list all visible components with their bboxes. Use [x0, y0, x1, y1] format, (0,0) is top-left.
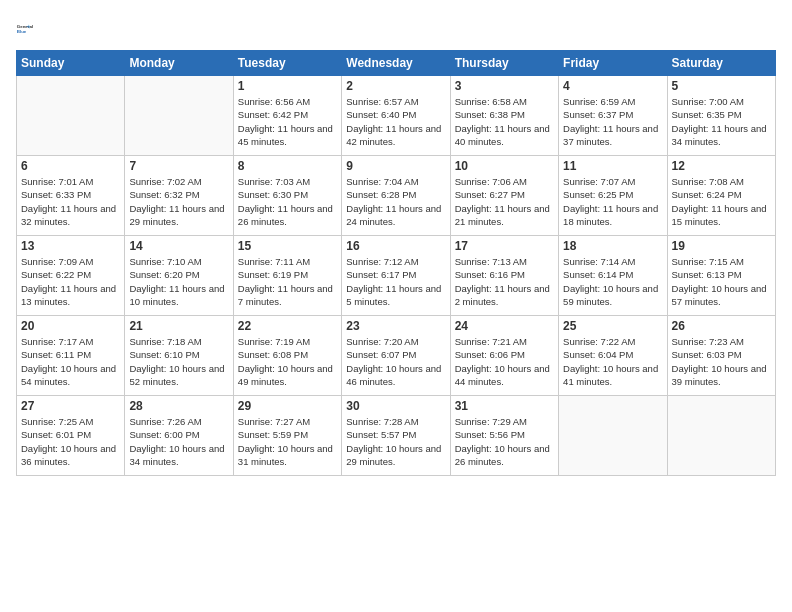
header-saturday: Saturday: [667, 51, 775, 76]
calendar-cell-w0d1: [125, 76, 233, 156]
header-wednesday: Wednesday: [342, 51, 450, 76]
day-number: 19: [672, 239, 771, 253]
calendar-cell-w4d4: 31Sunrise: 7:29 AM Sunset: 5:56 PM Dayli…: [450, 396, 558, 476]
calendar-cell-w3d4: 24Sunrise: 7:21 AM Sunset: 6:06 PM Dayli…: [450, 316, 558, 396]
calendar-cell-w2d2: 15Sunrise: 7:11 AM Sunset: 6:19 PM Dayli…: [233, 236, 341, 316]
day-info: Sunrise: 7:25 AM Sunset: 6:01 PM Dayligh…: [21, 415, 120, 468]
day-number: 13: [21, 239, 120, 253]
day-info: Sunrise: 7:07 AM Sunset: 6:25 PM Dayligh…: [563, 175, 662, 228]
day-number: 7: [129, 159, 228, 173]
day-number: 25: [563, 319, 662, 333]
calendar-cell-w4d3: 30Sunrise: 7:28 AM Sunset: 5:57 PM Dayli…: [342, 396, 450, 476]
day-info: Sunrise: 7:19 AM Sunset: 6:08 PM Dayligh…: [238, 335, 337, 388]
calendar-cell-w3d3: 23Sunrise: 7:20 AM Sunset: 6:07 PM Dayli…: [342, 316, 450, 396]
calendar-week-2: 13Sunrise: 7:09 AM Sunset: 6:22 PM Dayli…: [17, 236, 776, 316]
day-number: 9: [346, 159, 445, 173]
day-number: 1: [238, 79, 337, 93]
day-number: 4: [563, 79, 662, 93]
day-number: 14: [129, 239, 228, 253]
day-number: 22: [238, 319, 337, 333]
calendar-cell-w0d5: 4Sunrise: 6:59 AM Sunset: 6:37 PM Daylig…: [559, 76, 667, 156]
day-number: 31: [455, 399, 554, 413]
day-info: Sunrise: 7:23 AM Sunset: 6:03 PM Dayligh…: [672, 335, 771, 388]
page-header: General Blue: [16, 16, 776, 44]
day-number: 5: [672, 79, 771, 93]
calendar: SundayMondayTuesdayWednesdayThursdayFrid…: [16, 50, 776, 476]
svg-text:General: General: [17, 24, 33, 29]
day-number: 16: [346, 239, 445, 253]
day-info: Sunrise: 7:15 AM Sunset: 6:13 PM Dayligh…: [672, 255, 771, 308]
day-number: 23: [346, 319, 445, 333]
day-info: Sunrise: 7:04 AM Sunset: 6:28 PM Dayligh…: [346, 175, 445, 228]
calendar-cell-w0d6: 5Sunrise: 7:00 AM Sunset: 6:35 PM Daylig…: [667, 76, 775, 156]
day-number: 6: [21, 159, 120, 173]
day-info: Sunrise: 7:09 AM Sunset: 6:22 PM Dayligh…: [21, 255, 120, 308]
day-info: Sunrise: 7:20 AM Sunset: 6:07 PM Dayligh…: [346, 335, 445, 388]
calendar-cell-w4d5: [559, 396, 667, 476]
calendar-cell-w1d0: 6Sunrise: 7:01 AM Sunset: 6:33 PM Daylig…: [17, 156, 125, 236]
calendar-cell-w4d6: [667, 396, 775, 476]
day-number: 2: [346, 79, 445, 93]
calendar-cell-w2d6: 19Sunrise: 7:15 AM Sunset: 6:13 PM Dayli…: [667, 236, 775, 316]
day-info: Sunrise: 7:00 AM Sunset: 6:35 PM Dayligh…: [672, 95, 771, 148]
day-number: 20: [21, 319, 120, 333]
day-number: 18: [563, 239, 662, 253]
day-info: Sunrise: 7:17 AM Sunset: 6:11 PM Dayligh…: [21, 335, 120, 388]
calendar-cell-w3d6: 26Sunrise: 7:23 AM Sunset: 6:03 PM Dayli…: [667, 316, 775, 396]
day-info: Sunrise: 7:08 AM Sunset: 6:24 PM Dayligh…: [672, 175, 771, 228]
day-info: Sunrise: 7:21 AM Sunset: 6:06 PM Dayligh…: [455, 335, 554, 388]
calendar-cell-w3d0: 20Sunrise: 7:17 AM Sunset: 6:11 PM Dayli…: [17, 316, 125, 396]
day-number: 28: [129, 399, 228, 413]
day-number: 10: [455, 159, 554, 173]
day-info: Sunrise: 7:18 AM Sunset: 6:10 PM Dayligh…: [129, 335, 228, 388]
calendar-cell-w3d5: 25Sunrise: 7:22 AM Sunset: 6:04 PM Dayli…: [559, 316, 667, 396]
calendar-cell-w1d2: 8Sunrise: 7:03 AM Sunset: 6:30 PM Daylig…: [233, 156, 341, 236]
day-number: 29: [238, 399, 337, 413]
calendar-cell-w4d1: 28Sunrise: 7:26 AM Sunset: 6:00 PM Dayli…: [125, 396, 233, 476]
calendar-cell-w2d5: 18Sunrise: 7:14 AM Sunset: 6:14 PM Dayli…: [559, 236, 667, 316]
day-number: 26: [672, 319, 771, 333]
day-info: Sunrise: 7:03 AM Sunset: 6:30 PM Dayligh…: [238, 175, 337, 228]
day-info: Sunrise: 7:22 AM Sunset: 6:04 PM Dayligh…: [563, 335, 662, 388]
calendar-week-0: 1Sunrise: 6:56 AM Sunset: 6:42 PM Daylig…: [17, 76, 776, 156]
calendar-cell-w2d0: 13Sunrise: 7:09 AM Sunset: 6:22 PM Dayli…: [17, 236, 125, 316]
calendar-cell-w2d1: 14Sunrise: 7:10 AM Sunset: 6:20 PM Dayli…: [125, 236, 233, 316]
day-info: Sunrise: 7:14 AM Sunset: 6:14 PM Dayligh…: [563, 255, 662, 308]
header-thursday: Thursday: [450, 51, 558, 76]
day-number: 15: [238, 239, 337, 253]
header-sunday: Sunday: [17, 51, 125, 76]
day-info: Sunrise: 6:58 AM Sunset: 6:38 PM Dayligh…: [455, 95, 554, 148]
day-info: Sunrise: 7:13 AM Sunset: 6:16 PM Dayligh…: [455, 255, 554, 308]
header-monday: Monday: [125, 51, 233, 76]
day-info: Sunrise: 7:10 AM Sunset: 6:20 PM Dayligh…: [129, 255, 228, 308]
day-info: Sunrise: 7:12 AM Sunset: 6:17 PM Dayligh…: [346, 255, 445, 308]
calendar-cell-w2d3: 16Sunrise: 7:12 AM Sunset: 6:17 PM Dayli…: [342, 236, 450, 316]
calendar-cell-w4d0: 27Sunrise: 7:25 AM Sunset: 6:01 PM Dayli…: [17, 396, 125, 476]
day-number: 12: [672, 159, 771, 173]
day-info: Sunrise: 7:02 AM Sunset: 6:32 PM Dayligh…: [129, 175, 228, 228]
calendar-cell-w0d4: 3Sunrise: 6:58 AM Sunset: 6:38 PM Daylig…: [450, 76, 558, 156]
calendar-cell-w4d2: 29Sunrise: 7:27 AM Sunset: 5:59 PM Dayli…: [233, 396, 341, 476]
calendar-cell-w1d1: 7Sunrise: 7:02 AM Sunset: 6:32 PM Daylig…: [125, 156, 233, 236]
day-number: 11: [563, 159, 662, 173]
logo: General Blue: [16, 16, 44, 44]
calendar-cell-w1d3: 9Sunrise: 7:04 AM Sunset: 6:28 PM Daylig…: [342, 156, 450, 236]
day-info: Sunrise: 6:59 AM Sunset: 6:37 PM Dayligh…: [563, 95, 662, 148]
day-number: 3: [455, 79, 554, 93]
svg-text:Blue: Blue: [17, 29, 27, 34]
day-info: Sunrise: 7:27 AM Sunset: 5:59 PM Dayligh…: [238, 415, 337, 468]
day-number: 17: [455, 239, 554, 253]
day-info: Sunrise: 7:28 AM Sunset: 5:57 PM Dayligh…: [346, 415, 445, 468]
header-tuesday: Tuesday: [233, 51, 341, 76]
calendar-cell-w3d1: 21Sunrise: 7:18 AM Sunset: 6:10 PM Dayli…: [125, 316, 233, 396]
day-info: Sunrise: 6:56 AM Sunset: 6:42 PM Dayligh…: [238, 95, 337, 148]
calendar-cell-w2d4: 17Sunrise: 7:13 AM Sunset: 6:16 PM Dayli…: [450, 236, 558, 316]
calendar-cell-w1d6: 12Sunrise: 7:08 AM Sunset: 6:24 PM Dayli…: [667, 156, 775, 236]
day-info: Sunrise: 6:57 AM Sunset: 6:40 PM Dayligh…: [346, 95, 445, 148]
day-info: Sunrise: 7:01 AM Sunset: 6:33 PM Dayligh…: [21, 175, 120, 228]
calendar-header-row: SundayMondayTuesdayWednesdayThursdayFrid…: [17, 51, 776, 76]
day-info: Sunrise: 7:06 AM Sunset: 6:27 PM Dayligh…: [455, 175, 554, 228]
logo-icon: General Blue: [16, 16, 44, 44]
day-number: 21: [129, 319, 228, 333]
day-number: 24: [455, 319, 554, 333]
